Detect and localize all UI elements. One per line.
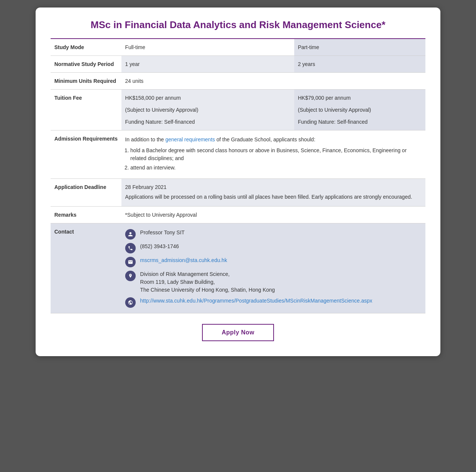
- deadline-value-5: 28 February 2021Applications will be pro…: [121, 178, 425, 206]
- contact-value-7: Professor Tony SIT(852) 3943-1746mscrms_…: [121, 223, 425, 313]
- col1-value-0: Full-time: [121, 39, 294, 56]
- row-label-0: Study Mode: [51, 39, 121, 56]
- col1-value-1: 1 year: [121, 55, 294, 72]
- row-label-1: Normative Study Period: [51, 55, 121, 72]
- col1-value-3: HK$158,000 per annum(Subject to Universi…: [121, 89, 294, 130]
- apply-section: Apply Now: [51, 324, 425, 341]
- contact-item-2: mscrms_admission@sta.cuhk.edu.hk: [125, 256, 422, 267]
- row-label-6: Remarks: [51, 206, 121, 223]
- contact-item-4: http://www.sta.cuhk.edu.hk/Programmes/Po…: [125, 297, 422, 308]
- col2-value-3: HK$79,000 per annum(Subject to Universit…: [294, 89, 425, 130]
- contact-text-2: mscrms_admission@sta.cuhk.edu.hk: [140, 256, 227, 264]
- row-label-5: Application Deadline: [51, 178, 121, 206]
- contact-link-4[interactable]: http://www.sta.cuhk.edu.hk/Programmes/Po…: [140, 298, 372, 304]
- req-item-0: hold a Bachelor degree with second class…: [130, 147, 422, 162]
- row-label-4: Admission Requirements: [51, 130, 121, 178]
- col2-value-1: 2 years: [294, 55, 425, 72]
- contact-item-3: Division of Risk Management Science, Roo…: [125, 270, 422, 294]
- admission-value-4: In addition to the general requirements …: [121, 130, 425, 178]
- row-label-2: Minimum Units Required: [51, 72, 121, 89]
- contact-text-1: (852) 3943-1746: [140, 243, 179, 250]
- contact-text-4: http://www.sta.cuhk.edu.hk/Programmes/Po…: [140, 297, 372, 305]
- row-label-7: Contact: [51, 223, 121, 313]
- deadline-date: 28 February 2021: [125, 184, 422, 190]
- full-value-2: 24 units: [121, 72, 425, 89]
- globe-icon: [125, 297, 136, 308]
- contact-link-2[interactable]: mscrms_admission@sta.cuhk.edu.hk: [140, 257, 227, 263]
- phone-icon: [125, 243, 136, 253]
- program-card: MSc in Financial Data Analytics and Risk…: [36, 7, 440, 356]
- person-icon: [125, 229, 136, 240]
- info-table: Study ModeFull-timePart-timeNormative St…: [51, 39, 425, 313]
- email-icon: [125, 257, 136, 267]
- contact-text-0: Professor Tony SIT: [140, 229, 185, 237]
- page-title: MSc in Financial Data Analytics and Risk…: [51, 19, 425, 31]
- contact-text-3: Division of Risk Management Science, Roo…: [140, 270, 275, 294]
- general-requirements-link[interactable]: general requirements: [165, 136, 215, 142]
- admission-intro-end: of the Graduate School, applicants shoul…: [215, 136, 316, 142]
- contact-item-1: (852) 3943-1746: [125, 243, 422, 253]
- row-label-3: Tuition Fee: [51, 89, 121, 130]
- apply-now-button[interactable]: Apply Now: [202, 324, 274, 341]
- deadline-note: Applications will be processed on a roll…: [125, 193, 422, 201]
- location-icon: [125, 271, 136, 281]
- req-item-1: attend an interview.: [130, 164, 422, 172]
- admission-intro: In addition to the: [125, 136, 165, 142]
- full-value-6: *Subject to University Approval: [121, 206, 425, 223]
- contact-item-0: Professor Tony SIT: [125, 229, 422, 240]
- col2-value-0: Part-time: [294, 39, 425, 56]
